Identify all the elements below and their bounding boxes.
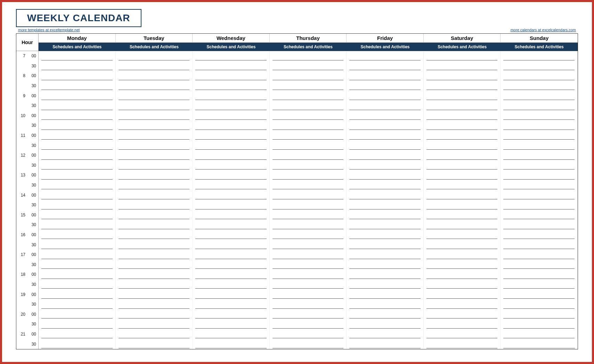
time-slot[interactable] — [116, 71, 193, 81]
time-slot[interactable] — [193, 61, 270, 71]
time-slot[interactable] — [39, 309, 116, 320]
time-slot[interactable] — [116, 309, 193, 320]
time-slot[interactable] — [270, 160, 347, 171]
time-slot[interactable] — [193, 289, 270, 299]
time-slot[interactable] — [270, 200, 347, 210]
time-slot[interactable] — [424, 270, 501, 280]
time-slot[interactable] — [39, 101, 116, 111]
time-slot[interactable] — [193, 270, 270, 280]
time-slot[interactable] — [424, 91, 501, 101]
time-slot[interactable] — [270, 91, 347, 101]
time-slot[interactable] — [424, 121, 501, 131]
time-slot[interactable] — [424, 61, 501, 71]
time-slot[interactable] — [501, 210, 578, 220]
time-slot[interactable] — [501, 250, 578, 260]
time-slot[interactable] — [501, 81, 578, 91]
time-slot[interactable] — [116, 280, 193, 290]
time-slot[interactable] — [116, 329, 193, 339]
time-slot[interactable] — [270, 230, 347, 240]
time-slot[interactable] — [193, 190, 270, 200]
time-slot[interactable] — [193, 91, 270, 101]
time-slot[interactable] — [270, 180, 347, 190]
time-slot[interactable] — [39, 131, 116, 141]
time-slot[interactable] — [116, 140, 193, 150]
time-slot[interactable] — [193, 180, 270, 190]
time-slot[interactable] — [193, 51, 270, 61]
time-slot[interactable] — [39, 230, 116, 240]
time-slot[interactable] — [424, 180, 501, 190]
time-slot[interactable] — [501, 329, 578, 339]
time-slot[interactable] — [270, 140, 347, 150]
time-slot[interactable] — [193, 299, 270, 309]
time-slot[interactable] — [39, 250, 116, 260]
time-slot[interactable] — [347, 101, 424, 111]
time-slot[interactable] — [347, 240, 424, 250]
time-slot[interactable] — [193, 319, 270, 329]
time-slot[interactable] — [193, 220, 270, 230]
time-slot[interactable] — [501, 131, 578, 141]
time-slot[interactable] — [116, 260, 193, 270]
time-slot[interactable] — [39, 270, 116, 280]
time-slot[interactable] — [39, 339, 116, 349]
time-slot[interactable] — [347, 180, 424, 190]
time-slot[interactable] — [501, 230, 578, 240]
time-slot[interactable] — [193, 280, 270, 290]
time-slot[interactable] — [347, 230, 424, 240]
time-slot[interactable] — [424, 81, 501, 91]
time-slot[interactable] — [39, 180, 116, 190]
time-slot[interactable] — [270, 220, 347, 230]
time-slot[interactable] — [347, 220, 424, 230]
time-slot[interactable] — [193, 309, 270, 320]
time-slot[interactable] — [347, 61, 424, 71]
time-slot[interactable] — [501, 101, 578, 111]
time-slot[interactable] — [347, 280, 424, 290]
time-slot[interactable] — [270, 250, 347, 260]
time-slot[interactable] — [39, 299, 116, 309]
time-slot[interactable] — [424, 140, 501, 150]
time-slot[interactable] — [501, 240, 578, 250]
time-slot[interactable] — [424, 150, 501, 160]
time-slot[interactable] — [270, 210, 347, 220]
time-slot[interactable] — [270, 260, 347, 270]
time-slot[interactable] — [193, 240, 270, 250]
time-slot[interactable] — [501, 190, 578, 200]
time-slot[interactable] — [39, 111, 116, 121]
time-slot[interactable] — [270, 280, 347, 290]
time-slot[interactable] — [116, 180, 193, 190]
time-slot[interactable] — [347, 270, 424, 280]
time-slot[interactable] — [39, 200, 116, 210]
time-slot[interactable] — [347, 329, 424, 339]
time-slot[interactable] — [424, 190, 501, 200]
time-slot[interactable] — [347, 210, 424, 220]
time-slot[interactable] — [347, 91, 424, 101]
time-slot[interactable] — [501, 111, 578, 121]
time-slot[interactable] — [116, 230, 193, 240]
time-slot[interactable] — [501, 140, 578, 150]
time-slot[interactable] — [270, 170, 347, 180]
time-slot[interactable] — [116, 91, 193, 101]
time-slot[interactable] — [116, 339, 193, 349]
time-slot[interactable] — [193, 160, 270, 171]
time-slot[interactable] — [501, 61, 578, 71]
time-slot[interactable] — [39, 61, 116, 71]
time-slot[interactable] — [193, 150, 270, 160]
time-slot[interactable] — [347, 170, 424, 180]
time-slot[interactable] — [501, 319, 578, 329]
time-slot[interactable] — [501, 121, 578, 131]
time-slot[interactable] — [501, 280, 578, 290]
time-slot[interactable] — [270, 71, 347, 81]
time-slot[interactable] — [501, 160, 578, 171]
time-slot[interactable] — [501, 309, 578, 320]
time-slot[interactable] — [270, 81, 347, 91]
time-slot[interactable] — [424, 160, 501, 171]
time-slot[interactable] — [501, 220, 578, 230]
time-slot[interactable] — [347, 339, 424, 349]
time-slot[interactable] — [347, 260, 424, 270]
time-slot[interactable] — [116, 299, 193, 309]
time-slot[interactable] — [347, 81, 424, 91]
time-slot[interactable] — [424, 299, 501, 309]
time-slot[interactable] — [424, 111, 501, 121]
time-slot[interactable] — [347, 250, 424, 260]
time-slot[interactable] — [424, 250, 501, 260]
time-slot[interactable] — [347, 200, 424, 210]
